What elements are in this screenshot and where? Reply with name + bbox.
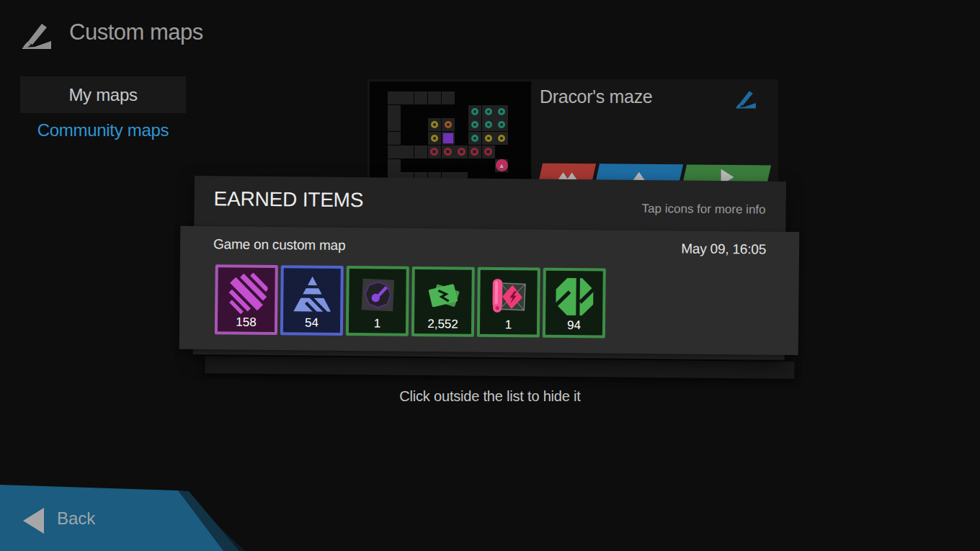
map-tile xyxy=(388,145,401,158)
dismiss-hint: Click outside the list to hide it xyxy=(0,388,980,405)
edit-map-pencil-button[interactable] xyxy=(734,86,758,109)
sidebar-item-my-maps[interactable]: My maps xyxy=(20,76,186,113)
modal-header: EARNED ITEMS Tap icons for more info xyxy=(194,176,786,232)
modal-hint: Tap icons for more info xyxy=(642,202,766,218)
map-tile-teal xyxy=(468,105,481,118)
map-tile xyxy=(414,91,427,104)
map-title: Dracor's maze xyxy=(540,86,652,107)
map-tile xyxy=(414,145,427,158)
map-tile-spawn: ▲ xyxy=(495,159,508,172)
back-button[interactable]: Back xyxy=(0,482,245,551)
map-tile-red xyxy=(442,145,455,158)
earned-item-resource-infiar[interactable]: 94 xyxy=(543,268,606,339)
map-tile xyxy=(388,118,401,131)
map-tile-teal xyxy=(468,132,481,145)
earned-entry-row: Game on custom map May 09, 16:05 1585412… xyxy=(179,226,800,355)
map-tile-red xyxy=(428,145,441,158)
earned-item-count: 158 xyxy=(218,315,275,330)
map-tile-yellow xyxy=(428,118,441,131)
pencil-logo-icon xyxy=(20,17,53,50)
map-tile-teal xyxy=(495,105,508,118)
map-tile xyxy=(401,91,414,104)
earned-item-count: 1 xyxy=(349,316,406,331)
map-tile-teal xyxy=(468,118,481,131)
map-tile-yellow xyxy=(482,132,495,145)
map-tile xyxy=(442,91,455,104)
map-tile xyxy=(428,91,441,104)
sidebar-item-community-maps[interactable]: Community maps xyxy=(20,113,186,148)
map-tile-red xyxy=(468,145,481,158)
map-tile-orange xyxy=(442,118,455,131)
earned-items-panel: EARNED ITEMS Tap icons for more info Gam… xyxy=(193,176,786,360)
map-tile-red xyxy=(455,145,468,158)
earned-item-resource-matrix[interactable]: 158 xyxy=(215,264,278,335)
earned-item-dark-case[interactable]: 1 xyxy=(346,266,409,336)
map-tile xyxy=(401,145,414,158)
earned-item-count: 94 xyxy=(545,318,602,333)
map-tile-red xyxy=(482,145,495,158)
map-tile-teal xyxy=(495,118,508,131)
earned-items-modal: EARNED ITEMS Tap icons for more info Gam… xyxy=(193,176,786,360)
map-tile-yellow xyxy=(495,132,508,145)
map-tile xyxy=(388,132,401,145)
map-tile xyxy=(388,159,401,172)
next-entry-peek xyxy=(205,356,794,379)
app-header: Custom maps xyxy=(0,0,980,69)
earned-items-row: 1585412,552194 xyxy=(215,264,606,338)
sidebar: My maps Community maps xyxy=(20,76,186,148)
map-tile-teal xyxy=(482,118,495,131)
earned-item-green-papers[interactable]: 2,552 xyxy=(411,266,475,337)
earned-item-resource-tensor[interactable]: 54 xyxy=(280,265,344,336)
earned-item-blueprint[interactable]: 1 xyxy=(477,267,540,338)
entry-label: Game on custom map xyxy=(213,236,346,254)
earned-item-count: 2,552 xyxy=(414,317,471,332)
map-tile-yellow xyxy=(428,132,441,145)
map-tile-teal xyxy=(482,105,495,118)
map-tile xyxy=(388,91,401,104)
map-tile xyxy=(388,105,401,118)
earned-item-count: 54 xyxy=(283,315,340,331)
back-button-label: Back xyxy=(57,509,95,529)
entry-timestamp: May 09, 16:05 xyxy=(681,241,766,257)
page-title: Custom maps xyxy=(69,19,203,45)
map-preview-thumbnail: ▲ xyxy=(370,81,531,182)
modal-title: EARNED ITEMS xyxy=(214,187,364,212)
earned-item-count: 1 xyxy=(480,318,537,333)
map-tile-purple xyxy=(442,132,455,145)
